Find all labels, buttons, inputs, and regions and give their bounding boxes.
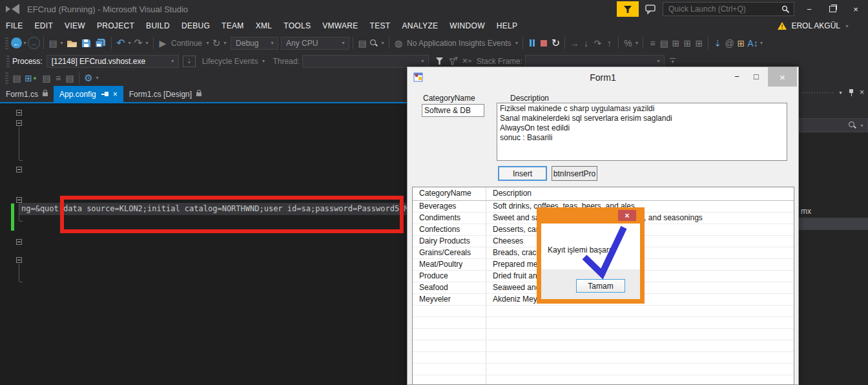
outline-list-icon[interactable]: ≡ xyxy=(646,37,658,49)
quick-launch-input[interactable] xyxy=(667,4,781,14)
navigate-backward-dropdown-icon[interactable]: ▾ xyxy=(22,40,28,46)
menu-item-debug[interactable]: DEBUG xyxy=(176,21,216,30)
code-editor[interactable]: ng=&quot;data source=KLON2;initial catal… xyxy=(0,103,411,385)
schema-tree-collapse-icon[interactable]: ⊞ xyxy=(693,37,705,49)
menu-item-view[interactable]: VIEW xyxy=(59,21,91,30)
table-row-empty[interactable] xyxy=(413,317,794,329)
thread-combo[interactable]: ▾ xyxy=(302,55,429,68)
tab-close-icon[interactable]: × xyxy=(113,90,118,98)
toolbar-overflow-icon[interactable]: ▾ xyxy=(670,58,676,65)
restart-dropdown-icon[interactable]: ▾ xyxy=(222,40,228,46)
table-row-empty[interactable] xyxy=(413,375,794,385)
form1-maximize-button[interactable]: □ xyxy=(749,72,764,81)
show-next-statement-button[interactable]: → xyxy=(568,37,580,49)
locals-window-icon[interactable]: ▤ xyxy=(41,72,52,84)
undo-button[interactable]: ↶ xyxy=(115,37,127,49)
toolbar-grip[interactable] xyxy=(6,56,10,67)
navigate-backward-button[interactable]: ← xyxy=(11,37,22,48)
tool-window-header[interactable]: ▾ × xyxy=(799,86,868,99)
close-button[interactable]: × xyxy=(847,5,864,14)
quick-launch-box[interactable] xyxy=(663,2,794,16)
solution-platform-combo[interactable]: Any CPU▾ xyxy=(281,37,349,50)
undo-dropdown-icon[interactable]: ▾ xyxy=(127,40,132,46)
menu-item-vmware[interactable]: VMWARE xyxy=(316,21,364,30)
description-textarea[interactable]: Fiziksel makinede c sharp uygulaması yaz… xyxy=(497,103,787,161)
continue-button[interactable]: Continue xyxy=(171,39,202,48)
window-position-dropdown-icon[interactable]: ▾ xyxy=(838,90,843,96)
toolbar-overflow-icon[interactable]: ▾ xyxy=(758,40,764,46)
selected-tree-item[interactable] xyxy=(799,218,868,230)
pause-button[interactable] xyxy=(526,37,538,49)
toolbar-overflow-icon[interactable]: ▾ xyxy=(634,40,639,46)
grid-header-cell-description[interactable]: Description xyxy=(486,187,794,200)
menu-item-file[interactable]: FILE xyxy=(0,21,29,30)
category-name-input[interactable] xyxy=(422,104,484,117)
form1-minimize-button[interactable]: − xyxy=(729,72,745,81)
step-over-button[interactable]: ↷ xyxy=(592,37,603,49)
auto-hide-pin-icon[interactable] xyxy=(849,89,854,96)
user-dropdown-icon[interactable]: ▾ xyxy=(844,23,850,29)
schema-tree-icon[interactable]: ⊞ xyxy=(670,37,681,49)
toolbar-grip[interactable] xyxy=(5,37,8,49)
restart-button[interactable]: ↻ xyxy=(211,37,222,49)
new-file-button[interactable]: ▤ xyxy=(47,37,59,49)
settings-wrench-icon[interactable]: ⚙ xyxy=(83,72,94,84)
signed-in-user[interactable]: EROL AKGÜL xyxy=(791,21,840,30)
process-combo[interactable]: [12148] EFCrud.vshost.exe▾ xyxy=(46,55,179,68)
feedback-bubble-icon[interactable] xyxy=(645,5,656,14)
sort-icon[interactable]: A↕ xyxy=(747,37,758,49)
watch-window-icon[interactable]: ≡ xyxy=(52,72,64,84)
grid-view-icon[interactable]: ⊞ xyxy=(735,37,747,49)
menu-item-test[interactable]: TEST xyxy=(364,21,397,30)
step-out-button[interactable]: ↑ xyxy=(603,37,615,49)
toolbar-overflow-icon[interactable]: ▾ xyxy=(94,75,100,81)
stack-frame-combo[interactable]: ▾ xyxy=(525,55,665,68)
callstack-window-icon[interactable]: ▤ xyxy=(64,72,76,84)
attach-to-process-icon[interactable]: ▤ xyxy=(356,37,368,49)
application-insights-button[interactable]: No Application Insights Events xyxy=(407,39,511,48)
schema-tree-expand-icon[interactable]: ⊞ xyxy=(681,37,693,49)
navigate-forward-button[interactable]: → xyxy=(28,37,40,49)
menu-item-analyze[interactable]: ANALYZE xyxy=(396,21,444,30)
redo-dropdown-icon[interactable]: ▾ xyxy=(144,40,150,46)
restart-debugging-button[interactable]: ↻ xyxy=(550,37,561,49)
tab-app-config[interactable]: App.config× xyxy=(54,86,123,102)
lifecycle-events-button[interactable]: Lifecycle Events xyxy=(202,57,258,66)
save-all-icon[interactable] xyxy=(95,38,106,48)
table-row-empty[interactable] xyxy=(413,364,794,375)
continue-play-icon[interactable]: ▶ xyxy=(157,37,169,49)
insights-dropdown-icon[interactable]: ▾ xyxy=(513,40,519,46)
attribute-icon[interactable]: @ xyxy=(723,37,735,49)
redo-button[interactable]: ↷ xyxy=(132,37,144,49)
toolbar-grip[interactable] xyxy=(5,72,8,84)
insert-pro-button[interactable]: btnInsertPro xyxy=(552,166,597,181)
restore-button[interactable] xyxy=(824,5,841,14)
lifecycle-events-icon[interactable]: ⇣ xyxy=(183,56,196,67)
suspend-threads-icon[interactable]: ✕≈ xyxy=(461,55,473,67)
tab-form1-cs[interactable]: Form1.cs xyxy=(0,86,54,102)
filter-threads-icon[interactable] xyxy=(435,57,444,65)
table-row-empty[interactable] xyxy=(413,329,794,340)
step-into-button[interactable]: ↓ xyxy=(580,37,592,49)
export-icon[interactable]: ⇣ xyxy=(712,37,723,49)
document-outline-icon[interactable]: ▤ xyxy=(658,37,670,49)
menu-item-edit[interactable]: EDIT xyxy=(29,21,59,30)
save-icon[interactable] xyxy=(81,39,91,48)
menu-item-help[interactable]: HELP xyxy=(491,21,524,30)
menu-item-window[interactable]: WINDOW xyxy=(444,21,490,30)
stop-debugging-button[interactable] xyxy=(538,37,550,49)
hex-display-button[interactable]: % xyxy=(622,37,634,49)
filter-flagged-icon[interactable] xyxy=(449,57,459,65)
menu-item-team[interactable]: TEAM xyxy=(216,21,250,30)
menu-item-tools[interactable]: TOOLS xyxy=(278,21,316,30)
tab-form1-cs-design[interactable]: Form1.cs [Design] xyxy=(123,86,207,102)
open-file-icon[interactable] xyxy=(67,39,78,48)
grid-header-cell-categoryname[interactable]: CategoryName xyxy=(413,187,486,200)
fold-collapse-icon[interactable] xyxy=(16,197,22,203)
menu-item-project[interactable]: PROJECT xyxy=(91,21,140,30)
lifecycle-dropdown-icon[interactable]: ▾ xyxy=(260,58,266,64)
form1-close-button[interactable]: × xyxy=(768,67,797,87)
solution-configuration-combo[interactable]: Debug▾ xyxy=(231,37,278,50)
menu-item-xml[interactable]: XML xyxy=(250,21,278,30)
tree-item-partial[interactable]: mx xyxy=(801,207,811,216)
